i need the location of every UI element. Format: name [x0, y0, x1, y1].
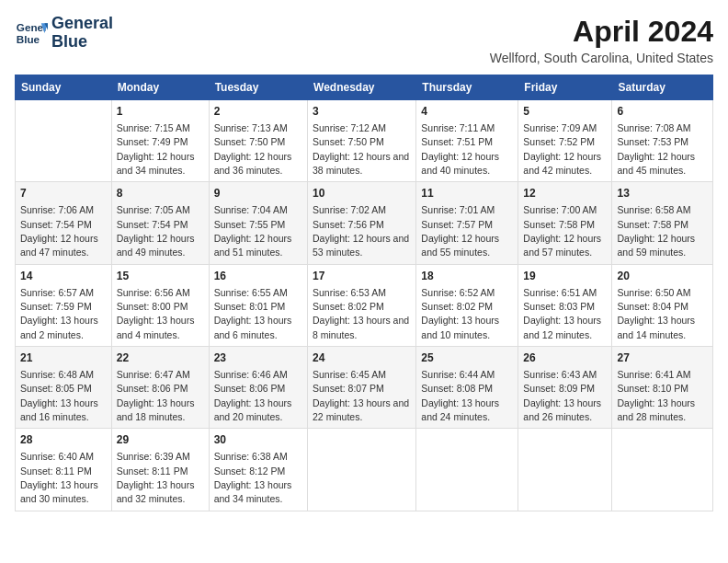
- day-cell: [308, 429, 416, 511]
- day-cell: 1 Sunrise: 7:15 AM Sunset: 7:49 PM Dayli…: [111, 100, 209, 182]
- daylight-text: Daylight: 12 hours and 34 minutes.: [117, 151, 195, 176]
- sunrise-text: Sunrise: 7:02 AM: [313, 204, 386, 215]
- logo-text-blue: Blue: [51, 33, 113, 52]
- day-cell: 16 Sunrise: 6:55 AM Sunset: 8:01 PM Dayl…: [209, 264, 307, 346]
- day-cell: 30 Sunrise: 6:38 AM Sunset: 8:12 PM Dayl…: [209, 429, 307, 511]
- logo-icon: General Blue: [15, 17, 48, 50]
- day-cell: 24 Sunrise: 6:45 AM Sunset: 8:07 PM Dayl…: [308, 347, 416, 429]
- svg-text:Blue: Blue: [17, 33, 40, 45]
- sunrise-text: Sunrise: 7:04 AM: [214, 204, 288, 215]
- day-cell: 19 Sunrise: 6:51 AM Sunset: 8:03 PM Dayl…: [518, 264, 612, 346]
- day-number: 5: [523, 104, 607, 120]
- daylight-text: Daylight: 13 hours and 14 minutes.: [617, 315, 695, 339]
- day-number: 12: [523, 186, 607, 201]
- daylight-text: Daylight: 13 hours and 20 minutes.: [214, 397, 292, 422]
- sunrise-text: Sunrise: 7:05 AM: [117, 204, 190, 215]
- daylight-text: Daylight: 12 hours and 55 minutes.: [421, 233, 499, 258]
- day-cell: 3 Sunrise: 7:12 AM Sunset: 7:50 PM Dayli…: [308, 100, 416, 182]
- day-number: 22: [117, 350, 204, 366]
- day-number: 30: [214, 432, 302, 448]
- sunset-text: Sunset: 7:50 PM: [214, 136, 286, 147]
- sunset-text: Sunset: 8:06 PM: [117, 383, 188, 394]
- day-cell: 20 Sunrise: 6:50 AM Sunset: 8:04 PM Dayl…: [612, 264, 713, 346]
- day-number: 19: [523, 269, 607, 284]
- sunrise-text: Sunrise: 6:57 AM: [20, 287, 94, 298]
- day-number: 27: [617, 350, 708, 366]
- sunset-text: Sunset: 8:03 PM: [523, 301, 595, 312]
- header-row: SundayMondayTuesdayWednesdayThursdayFrid…: [16, 75, 713, 100]
- day-number: 20: [617, 269, 708, 284]
- day-cell: 15 Sunrise: 6:56 AM Sunset: 8:00 PM Dayl…: [111, 264, 209, 346]
- sunrise-text: Sunrise: 6:55 AM: [214, 287, 288, 298]
- day-cell: 5 Sunrise: 7:09 AM Sunset: 7:52 PM Dayli…: [518, 100, 612, 182]
- day-number: 18: [421, 269, 513, 284]
- daylight-text: Daylight: 13 hours and 10 minutes.: [421, 315, 499, 339]
- sunset-text: Sunset: 7:53 PM: [617, 136, 688, 147]
- day-cell: 4 Sunrise: 7:11 AM Sunset: 7:51 PM Dayli…: [416, 100, 518, 182]
- title-block: April 2024 Wellford, South Carolina, Uni…: [490, 15, 713, 65]
- sunrise-text: Sunrise: 6:44 AM: [421, 369, 495, 380]
- sunset-text: Sunset: 7:58 PM: [617, 219, 688, 230]
- sunset-text: Sunset: 8:07 PM: [313, 383, 384, 394]
- day-number: 17: [313, 269, 411, 284]
- sunrise-text: Sunrise: 6:48 AM: [20, 369, 94, 380]
- day-number: 23: [214, 350, 302, 366]
- sunset-text: Sunset: 8:01 PM: [214, 301, 286, 312]
- sunrise-text: Sunrise: 6:38 AM: [214, 451, 288, 462]
- day-number: 14: [20, 269, 107, 284]
- day-cell: 28 Sunrise: 6:40 AM Sunset: 8:11 PM Dayl…: [16, 429, 112, 511]
- daylight-text: Daylight: 12 hours and 57 minutes.: [523, 233, 601, 258]
- sunrise-text: Sunrise: 6:45 AM: [313, 369, 386, 380]
- daylight-text: Daylight: 13 hours and 18 minutes.: [117, 397, 195, 422]
- day-cell: [16, 100, 112, 182]
- sunrise-text: Sunrise: 7:12 AM: [313, 122, 386, 133]
- daylight-text: Daylight: 13 hours and 24 minutes.: [421, 397, 499, 422]
- day-cell: 21 Sunrise: 6:48 AM Sunset: 8:05 PM Dayl…: [16, 347, 112, 429]
- daylight-text: Daylight: 13 hours and 2 minutes.: [20, 315, 98, 339]
- sunrise-text: Sunrise: 6:47 AM: [117, 369, 190, 380]
- daylight-text: Daylight: 12 hours and 38 minutes.: [313, 151, 409, 176]
- day-number: 21: [20, 350, 107, 366]
- sunrise-text: Sunrise: 7:15 AM: [117, 122, 190, 133]
- day-cell: 13 Sunrise: 6:58 AM Sunset: 7:58 PM Dayl…: [612, 182, 713, 264]
- week-row-4: 21 Sunrise: 6:48 AM Sunset: 8:05 PM Dayl…: [16, 347, 713, 429]
- day-number: 7: [20, 186, 107, 201]
- sunset-text: Sunset: 8:11 PM: [20, 465, 92, 477]
- sunset-text: Sunset: 8:04 PM: [617, 301, 688, 312]
- daylight-text: Daylight: 13 hours and 6 minutes.: [214, 315, 292, 339]
- day-number: 13: [617, 186, 708, 201]
- calendar-table: SundayMondayTuesdayWednesdayThursdayFrid…: [15, 75, 713, 511]
- daylight-text: Daylight: 12 hours and 53 minutes.: [313, 233, 409, 258]
- daylight-text: Daylight: 13 hours and 28 minutes.: [617, 397, 695, 422]
- day-cell: 11 Sunrise: 7:01 AM Sunset: 7:57 PM Dayl…: [416, 182, 518, 264]
- sunrise-text: Sunrise: 6:53 AM: [313, 287, 386, 298]
- daylight-text: Daylight: 13 hours and 32 minutes.: [117, 479, 195, 504]
- daylight-text: Daylight: 13 hours and 26 minutes.: [523, 397, 601, 422]
- day-cell: 18 Sunrise: 6:52 AM Sunset: 8:02 PM Dayl…: [416, 264, 518, 346]
- sunset-text: Sunset: 8:12 PM: [214, 465, 286, 477]
- sunrise-text: Sunrise: 6:46 AM: [214, 369, 288, 380]
- sunset-text: Sunset: 7:58 PM: [523, 219, 595, 230]
- day-cell: 14 Sunrise: 6:57 AM Sunset: 7:59 PM Dayl…: [16, 264, 112, 346]
- daylight-text: Daylight: 13 hours and 34 minutes.: [214, 479, 292, 504]
- sunrise-text: Sunrise: 7:01 AM: [421, 204, 495, 215]
- sunset-text: Sunset: 8:10 PM: [617, 383, 688, 394]
- sunrise-text: Sunrise: 6:52 AM: [421, 287, 495, 298]
- daylight-text: Daylight: 12 hours and 36 minutes.: [214, 151, 292, 176]
- day-cell: 17 Sunrise: 6:53 AM Sunset: 8:02 PM Dayl…: [308, 264, 416, 346]
- daylight-text: Daylight: 12 hours and 59 minutes.: [617, 233, 695, 258]
- sunrise-text: Sunrise: 6:43 AM: [523, 369, 597, 380]
- sunrise-text: Sunrise: 6:50 AM: [617, 287, 690, 298]
- daylight-text: Daylight: 13 hours and 22 minutes.: [313, 397, 409, 422]
- sunset-text: Sunset: 7:54 PM: [117, 219, 188, 230]
- day-cell: 26 Sunrise: 6:43 AM Sunset: 8:09 PM Dayl…: [518, 347, 612, 429]
- day-number: 24: [313, 350, 411, 366]
- day-cell: 6 Sunrise: 7:08 AM Sunset: 7:53 PM Dayli…: [612, 100, 713, 182]
- week-row-1: 1 Sunrise: 7:15 AM Sunset: 7:49 PM Dayli…: [16, 100, 713, 182]
- daylight-text: Daylight: 13 hours and 16 minutes.: [20, 397, 98, 422]
- week-row-5: 28 Sunrise: 6:40 AM Sunset: 8:11 PM Dayl…: [16, 429, 713, 511]
- week-row-3: 14 Sunrise: 6:57 AM Sunset: 7:59 PM Dayl…: [16, 264, 713, 346]
- day-cell: [518, 429, 612, 511]
- col-header-monday: Monday: [111, 75, 209, 100]
- day-number: 29: [117, 432, 204, 448]
